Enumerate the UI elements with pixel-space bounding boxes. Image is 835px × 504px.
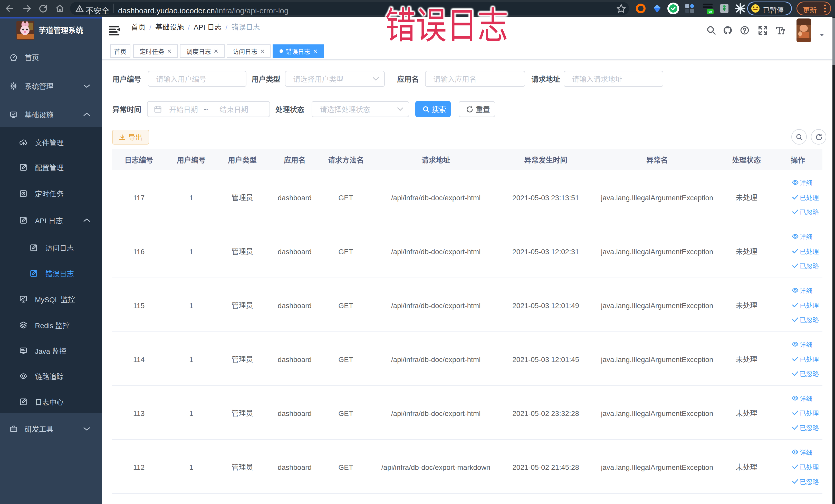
svg-text:on: on xyxy=(709,10,712,13)
